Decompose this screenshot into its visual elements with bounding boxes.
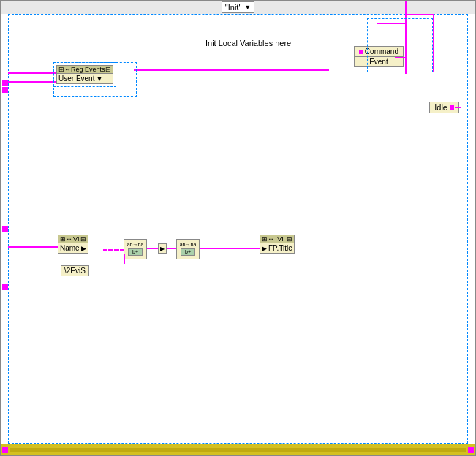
left-connector-2: [2, 87, 8, 93]
concat-label-2: ab→ba b+: [180, 242, 197, 256]
vi-name-body: Name ▶: [58, 243, 88, 253]
name-label: Name: [60, 244, 80, 252]
reg-events-label: Reg Events: [71, 66, 105, 73]
v-wire-small: [124, 254, 125, 264]
reg-events-body: User Event ▼: [57, 74, 113, 83]
vi-name-label: VI: [72, 235, 80, 243]
mid-wire-2: [167, 248, 177, 249]
command-box: Command: [354, 46, 404, 57]
scroll-right-indicator: [468, 447, 474, 453]
vi-node-name: ⊞ ↔ VI ⊟ Name ▶: [58, 235, 88, 254]
vi-fptitle-header: ⊞ ↔ VI ⊟: [260, 235, 294, 243]
event-box: Event: [354, 57, 404, 67]
idle-right-wire: [455, 107, 461, 108]
vi-name-header: ⊞ ↔ VI ⊟: [58, 235, 88, 243]
vi-name-icon3: ⊟: [80, 235, 86, 243]
bottom-scrollbar[interactable]: [1, 444, 475, 455]
dashed-wire-1: [103, 249, 124, 251]
user-event-arrow: ▼: [96, 75, 102, 83]
outer-right-v-wire: [433, 14, 434, 72]
init-text: Init Local Variables here: [205, 39, 291, 48]
vi-fptitle-icon1: ⊞: [262, 235, 268, 243]
idle-label: Idle: [434, 103, 447, 112]
scroll-track[interactable]: [10, 448, 466, 452]
main-canvas: "Init" ▼ Init Local Variables here Comma…: [0, 0, 476, 456]
right-wire-to-vi: [200, 248, 261, 249]
user-event-label: User Event: [58, 75, 94, 83]
reg-events-header: ⊞ ↔ Reg Events ⊟: [57, 66, 113, 74]
event-label: Event: [369, 58, 388, 66]
top-right-v-wire: [405, 1, 407, 74]
concat-box-1: ab→ba b+: [124, 239, 147, 259]
reg-events-left-wire: [8, 72, 56, 74]
left-connector-4: [2, 284, 8, 290]
vi-fptitle-label: VI: [274, 235, 287, 243]
vi-fptitle-icon3: ⊟: [287, 235, 292, 243]
concat-label-1: ab→ba b+: [127, 242, 144, 256]
name-left-wire: [8, 246, 58, 248]
state-dropdown[interactable]: "Init" ▼: [222, 1, 254, 13]
top-right-h-wire: [377, 23, 407, 24]
reg-events-left-wire2: [8, 81, 56, 83]
command-label: Command: [365, 48, 398, 56]
reg-events-right-wire: [134, 69, 329, 71]
vi-fptitle-box: ⊞ ↔ VI ⊟ ▶ FP.Title: [260, 235, 295, 254]
concat-box-2: ab→ba b+: [176, 239, 200, 259]
vi-name-icon1: ⊞: [60, 235, 66, 243]
left-connector-1: [2, 80, 8, 86]
name-arrow: ▶: [81, 245, 86, 252]
idle-connector-dot: [450, 105, 454, 110]
reg-events-node: ⊞ ↔ Reg Events ⊟ User Event ▼: [56, 65, 113, 84]
vi-node-fptitle: ⊞ ↔ VI ⊟ ▶ FP.Title: [260, 235, 295, 254]
state-label: "Init": [225, 3, 244, 12]
cmd-connector-wire: [395, 57, 407, 58]
dropdown-arrow[interactable]: ▼: [244, 4, 251, 11]
top-bar: "Init" ▼: [1, 1, 475, 14]
reg-events-icon2: ↔: [64, 66, 71, 73]
vi-fptitle-icon2: ↔: [268, 235, 274, 243]
vi-fptitle-body: ▶ FP.Title: [260, 243, 294, 253]
fptitle-arrow: ▶: [262, 245, 267, 252]
scroll-left-indicator: [2, 447, 8, 453]
left-connector-3: [2, 226, 8, 232]
small-connector-box: ▶: [158, 243, 167, 254]
command-dot: [359, 50, 363, 54]
vi-name-box: ⊞ ↔ VI ⊟ Name ▶: [58, 235, 88, 254]
reg-events-icon3: ⊟: [105, 66, 111, 73]
top-h-connector: [407, 14, 434, 15]
evis-label: \2EviS: [61, 265, 89, 276]
fptitle-label: FP.Title: [268, 244, 292, 252]
vi-name-icon2: ↔: [66, 235, 72, 243]
reg-events-box: ⊞ ↔ Reg Events ⊟ User Event ▼: [56, 65, 113, 84]
reg-events-icon1: ⊞: [58, 66, 64, 73]
mid-wire-1: [147, 248, 159, 249]
